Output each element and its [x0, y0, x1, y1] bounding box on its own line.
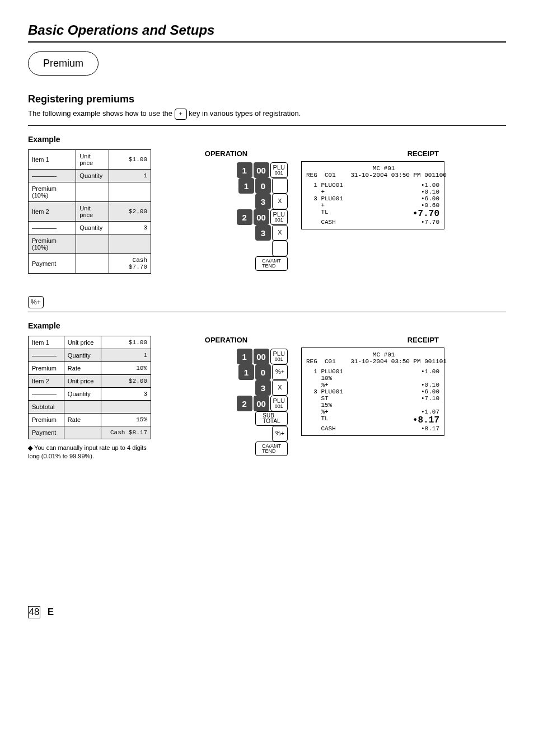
- subhead-pre: The following example shows how to use t…: [28, 109, 175, 118]
- digit-key: 3: [255, 194, 271, 209]
- digit-key: 0: [255, 364, 271, 380]
- triangle-icon: ◆: [28, 444, 34, 451]
- page-number-box: 48: [28, 606, 40, 618]
- digit-key: 3: [255, 380, 271, 396]
- section-title: Registering premiums: [28, 93, 506, 105]
- plu-key: PLU001: [270, 162, 288, 178]
- receipt-line: +•0.10: [306, 189, 439, 195]
- receipt-heading-2: RECEIPT: [301, 336, 506, 344]
- receipt-line: 3 PLU001•6.00: [306, 388, 439, 395]
- receipt-line: TL•7.70: [306, 209, 439, 219]
- table-row: Premium (10%): [29, 234, 151, 254]
- key-row: 10%+: [237, 364, 288, 380]
- example2-table: Item 1Unit price$1.00————Quantity1Premiu…: [28, 336, 151, 439]
- receipt-mcline: MC #01: [306, 165, 439, 172]
- key-row: 3X: [237, 194, 288, 209]
- blank-key: [272, 241, 288, 256]
- example-2-row: Item 1Unit price$1.00————Quantity1Premiu…: [28, 336, 506, 461]
- digit-key: 2: [237, 209, 252, 225]
- key-row: 10: [237, 178, 288, 194]
- digit-key: 1: [238, 178, 254, 194]
- receipt-line: %+•1.07: [306, 408, 439, 415]
- example1-table: Item 1Unit price$1.00————Quantity1Premiu…: [28, 149, 151, 274]
- multiply-key: X: [272, 380, 288, 396]
- page-label: E: [48, 607, 54, 617]
- digit-key: 3: [255, 225, 271, 241]
- key-row: SUBTOTAL: [237, 411, 288, 426]
- example-label-2: Example: [28, 321, 506, 330]
- table-row: ————Quantity3: [29, 388, 151, 401]
- digit-key: 2: [237, 396, 252, 411]
- receipt-line: 15%: [306, 402, 439, 408]
- example-1-row: Item 1Unit price$1.00————Quantity1Premiu…: [28, 149, 506, 274]
- key-row: 200PLU001: [237, 396, 288, 411]
- receipt-line: 10%: [306, 375, 439, 382]
- blank-key: [272, 178, 288, 194]
- key-row: 200PLU001: [237, 209, 288, 225]
- key-row: %+: [237, 426, 288, 442]
- subhead-post: key in various types of registration.: [189, 109, 301, 118]
- table-row: Premium (10%): [29, 182, 151, 202]
- multiply-key: X: [272, 194, 288, 209]
- digit-key: 1: [237, 349, 252, 364]
- table-row: PaymentCash $7.70: [29, 254, 151, 274]
- operation-column-1: OPERATION 100PLU00110 3X200PLU0013X CA/A…: [165, 149, 288, 271]
- table-row: ————Quantity1: [29, 170, 151, 182]
- plu-key: PLU001: [270, 349, 288, 364]
- subtotal-key: SUBTOTAL: [255, 411, 288, 426]
- digit-key: 1: [238, 364, 254, 380]
- digit-key: 00: [254, 209, 269, 225]
- operation-heading-1: OPERATION: [165, 149, 288, 158]
- key-row: 100PLU001: [237, 162, 288, 178]
- table-row: Item 1Unit price$1.00: [29, 336, 151, 349]
- receipt-line: TL•8.17: [306, 415, 439, 425]
- plu-key: PLU001: [270, 396, 288, 411]
- receipt-line: 1 PLU001•1.00: [306, 368, 439, 375]
- table-row: Subtotal: [29, 401, 151, 414]
- footer: 48 E: [28, 606, 506, 618]
- plu-key: PLU001: [270, 209, 288, 225]
- multiply-key: X: [272, 225, 288, 241]
- digit-key: 00: [254, 396, 269, 411]
- percent-plus-heading: %+: [28, 296, 506, 308]
- key-row: [237, 241, 288, 256]
- topbar-title: Basic Operations and Setups: [28, 22, 506, 38]
- table-row: Item 2Unit price$2.00: [29, 202, 151, 222]
- percent-plus-key: %+: [272, 426, 288, 442]
- receipt-line: ST•7.10: [306, 395, 439, 402]
- receipt-2: MC #01 REG C01 31-10-2004 03:50 PM 00110…: [301, 348, 444, 436]
- percent-plus-key-inline: %+: [28, 296, 44, 308]
- receipt-line: 1 PLU001•1.00: [306, 182, 439, 189]
- receipt-1: MC #01 REG C01 31-10-2004 03:50 PM 00110…: [301, 161, 444, 229]
- table-row: Item 2Unit price$2.00: [29, 375, 151, 388]
- table-row: Item 1Unit price$1.00: [29, 150, 151, 170]
- receipt-line: %+•0.10: [306, 382, 439, 388]
- key-row: 100PLU001: [237, 349, 288, 364]
- digit-key: 1: [237, 162, 252, 178]
- receipt-heading-1: RECEIPT: [301, 149, 506, 158]
- table-row: PremiumRate10%: [29, 362, 151, 375]
- receipt-header: REG C01 31-10-2004 03:50 PM 001100: [306, 172, 439, 179]
- percent-plus-key: %+: [272, 364, 288, 380]
- receipt-line: CASH•8.17: [306, 425, 439, 432]
- digit-key: 00: [254, 162, 269, 178]
- table-row: ————Quantity3: [29, 222, 151, 234]
- receipt-line: 3 PLU001•6.00: [306, 195, 439, 202]
- example-label-1: Example: [28, 135, 506, 144]
- subhead-sentence: The following example shows how to use t…: [28, 109, 506, 120]
- receipt-line: +•0.60: [306, 202, 439, 209]
- plus-key-inline: +: [175, 109, 187, 120]
- table-row: PremiumRate15%: [29, 414, 151, 426]
- operation-column-2: OPERATION 100PLU00110%+3X200PLU001SUBTOT…: [165, 336, 288, 456]
- key-row: 3X: [237, 225, 288, 241]
- key-row: CA/AMTTEND: [237, 256, 288, 271]
- table-row: PaymentCash $8.17: [29, 426, 151, 439]
- operation-heading-2: OPERATION: [165, 336, 288, 344]
- key-row: CA/AMTTEND: [237, 442, 288, 456]
- note-rate: ◆ You can manually input rate up to 4 di…: [28, 444, 151, 461]
- table-row: ————Quantity1: [29, 349, 151, 362]
- receipt-line: CASH•7.70: [306, 219, 439, 226]
- ca-amt-tend-key: CA/AMTTEND: [255, 442, 288, 456]
- key-row: 3X: [237, 380, 288, 396]
- digit-key: 00: [254, 349, 269, 364]
